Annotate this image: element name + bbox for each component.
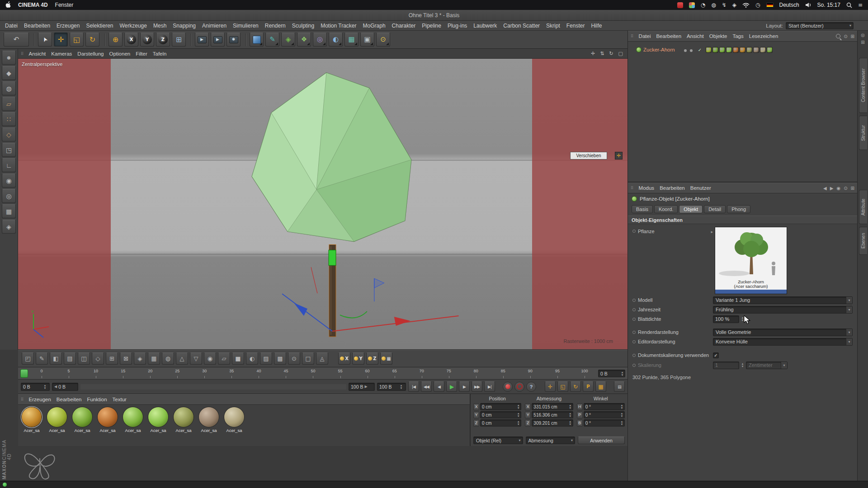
attribute-tab[interactable]: Phong bbox=[727, 205, 750, 213]
layout-select[interactable]: Start (Benutzer) ▾ bbox=[786, 22, 854, 29]
undo-button[interactable]: ↶ bbox=[4, 33, 29, 47]
stepper-icon[interactable] bbox=[568, 404, 573, 409]
previous-key-button[interactable]: ◀◀ bbox=[421, 381, 432, 392]
tab-ebenen[interactable]: Ebenen bbox=[859, 227, 867, 255]
position-mode-select[interactable]: Objekt (Rel)▾ bbox=[473, 436, 523, 444]
menu-item[interactable]: Rendern bbox=[262, 22, 289, 30]
keyframe-dot-icon[interactable] bbox=[632, 308, 636, 311]
viewport-menu-item[interactable]: Optionen bbox=[107, 50, 133, 57]
deformer-menu[interactable]: ◎ bbox=[313, 33, 327, 47]
panel-grip-icon[interactable]: ⠿ bbox=[21, 52, 24, 56]
search-icon[interactable] bbox=[836, 34, 840, 38]
key-scale-toggle[interactable]: ◱ bbox=[557, 381, 568, 392]
menu-item[interactable]: Simulieren bbox=[230, 22, 262, 30]
keyframe-dot-icon[interactable] bbox=[632, 230, 636, 233]
environment-menu[interactable]: ◐ bbox=[329, 33, 343, 47]
panel-menu-icon[interactable]: ⊞ bbox=[851, 186, 854, 191]
texture-tag[interactable] bbox=[719, 47, 725, 53]
next-frame-button[interactable]: ▶ bbox=[459, 381, 470, 392]
angle-field[interactable]: 0 ° bbox=[584, 403, 625, 410]
position-field[interactable]: 0 cm bbox=[480, 403, 521, 410]
axis-gizmo[interactable] bbox=[282, 250, 458, 331]
modeling-tool-button[interactable]: ⊙ bbox=[288, 352, 300, 365]
menu-item[interactable]: Bearbeiten bbox=[657, 184, 688, 192]
stepper-icon[interactable] bbox=[516, 412, 521, 418]
input-language-menu[interactable]: Deutsch bbox=[779, 2, 799, 8]
render-visibility-dot[interactable] bbox=[690, 46, 694, 54]
stepper-icon[interactable] bbox=[42, 384, 47, 389]
field-select[interactable]: Variante 1 Jung▾ bbox=[713, 296, 853, 304]
texture-tag[interactable] bbox=[760, 47, 766, 53]
camera-label[interactable]: Zentralperspektive bbox=[22, 61, 63, 67]
object-name[interactable]: Zucker-Ahorn bbox=[643, 47, 675, 52]
key-parameter-toggle[interactable]: P bbox=[583, 381, 594, 392]
size-mode-select[interactable]: Abmessung▾ bbox=[526, 436, 576, 444]
pin-icon[interactable]: ◉ bbox=[836, 186, 840, 191]
time-machine-icon[interactable]: ◷ bbox=[755, 2, 760, 8]
stepper-icon[interactable] bbox=[516, 420, 521, 426]
bolt-icon[interactable]: ↯ bbox=[722, 2, 726, 8]
keyframe-dot-icon[interactable] bbox=[632, 354, 636, 357]
history-back-icon[interactable]: ◀ bbox=[823, 186, 827, 191]
macos-app-menu[interactable]: CINEMA 4D bbox=[18, 2, 48, 8]
range-end-field[interactable]: 100 B▶ bbox=[349, 383, 375, 391]
array-menu[interactable]: ❖ bbox=[297, 33, 311, 47]
menu-item[interactable]: Datei bbox=[636, 33, 654, 40]
texture-tag[interactable] bbox=[746, 47, 752, 53]
stepper-icon[interactable] bbox=[619, 420, 624, 426]
menu-item[interactable]: Pipeline bbox=[419, 22, 444, 30]
menu-item[interactable]: Hilfe bbox=[588, 22, 605, 30]
menu-clock[interactable]: So. 15:17 bbox=[817, 2, 840, 8]
section-header[interactable]: Objekt-Eigenschaften bbox=[628, 216, 857, 224]
spotlight-icon[interactable] bbox=[846, 2, 852, 8]
texture-tag[interactable] bbox=[753, 47, 759, 53]
modeling-tool-button[interactable]: ◍ bbox=[162, 352, 174, 365]
viewport-menu-item[interactable]: Ansicht bbox=[26, 50, 49, 57]
angle-field[interactable]: 0 ° bbox=[584, 419, 625, 427]
modeling-tool-button[interactable]: ▱ bbox=[218, 352, 230, 365]
key-rotation-toggle[interactable]: ↻ bbox=[570, 381, 581, 392]
workplane-toggle[interactable]: ▦ bbox=[380, 352, 392, 365]
modeling-tool-button[interactable]: □ bbox=[302, 352, 314, 365]
goto-start-button[interactable]: |◀ bbox=[408, 381, 419, 392]
target-icon[interactable]: ⊙ bbox=[844, 34, 847, 39]
edges-mode-button[interactable]: ◇ bbox=[2, 127, 16, 141]
dimension-field[interactable]: 309.201 cm bbox=[532, 419, 573, 427]
menu-item[interactable]: Werkzeuge bbox=[116, 22, 150, 30]
modeling-tool-button[interactable]: ✎ bbox=[36, 352, 48, 365]
viewport-menu-item[interactable]: Kameras bbox=[48, 50, 75, 57]
axis-z-toggle[interactable]: Z bbox=[366, 352, 378, 365]
record-options-button[interactable]: ? bbox=[526, 382, 536, 392]
menu-item[interactable]: Laubwerk bbox=[470, 22, 500, 30]
attribute-tab[interactable]: Objekt bbox=[679, 205, 703, 213]
viewport-menu-item[interactable]: Filter bbox=[133, 50, 150, 57]
y-axis-lock-button[interactable]: Y bbox=[140, 33, 154, 47]
viewport-menu-item[interactable]: Darstellung bbox=[75, 50, 106, 57]
locked-workplane-button[interactable]: ◈ bbox=[2, 220, 16, 234]
macos-fenster-menu[interactable]: Fenster bbox=[55, 2, 74, 8]
material-thumbnail[interactable]: Acer_sa bbox=[97, 407, 118, 433]
end-frame-field[interactable]: 100 B bbox=[377, 383, 406, 391]
key-pla-toggle[interactable]: ▦ bbox=[595, 381, 606, 392]
notification-center-icon[interactable]: ≡ bbox=[858, 2, 863, 8]
position-field[interactable]: 0 cm bbox=[480, 411, 521, 418]
z-axis-lock-button[interactable]: Z bbox=[156, 33, 170, 47]
stepper-icon[interactable] bbox=[399, 384, 404, 389]
material-thumbnail[interactable]: Acer_sa bbox=[173, 407, 194, 433]
object-row[interactable]: Zucker-Ahorn ✓ bbox=[628, 46, 857, 54]
current-frame-field[interactable]: 0 B bbox=[21, 383, 50, 391]
dimension-field[interactable]: 516.306 cm bbox=[532, 411, 573, 418]
plant-preview[interactable]: Zucker-Ahorn (Acer saccharum) bbox=[715, 227, 787, 294]
timeline-range-track[interactable] bbox=[80, 384, 346, 389]
convert-object-button[interactable]: ● bbox=[2, 51, 16, 65]
move-tool[interactable]: ✛ bbox=[54, 33, 68, 47]
model-mode-button[interactable]: ◆ bbox=[2, 66, 16, 80]
tab-struktur[interactable]: Struktur bbox=[859, 116, 867, 150]
object-tree[interactable]: Zucker-Ahorn ✓ bbox=[628, 42, 857, 182]
timeline-options-button[interactable]: ▤ bbox=[614, 381, 625, 392]
x-axis-lock-button[interactable]: X bbox=[124, 33, 138, 47]
texture-axis-button[interactable]: ◉ bbox=[2, 174, 16, 188]
range-start-field[interactable]: ◀0 B bbox=[52, 383, 78, 391]
modeling-tool-button[interactable]: ■ bbox=[232, 352, 244, 365]
rotate-view-icon[interactable]: ↻ bbox=[609, 51, 613, 56]
